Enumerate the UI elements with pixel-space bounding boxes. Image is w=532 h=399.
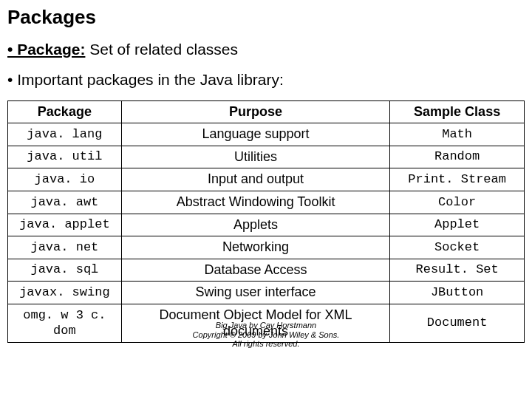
cell-purpose: Networking <box>121 236 389 259</box>
cell-sample-class: Socket <box>390 236 525 259</box>
table-row: java. utilUtilitiesRandom <box>8 146 525 168</box>
cell-sample-class: Applet <box>390 214 525 236</box>
table-row: java. langLanguage supportMath <box>8 123 525 146</box>
cell-purpose: Utilities <box>121 146 389 168</box>
cell-package: java. net <box>8 236 122 259</box>
bullet-leader: • Package: <box>7 41 85 58</box>
col-header-package: Package <box>8 100 122 123</box>
table-row: java. netNetworkingSocket <box>8 236 525 259</box>
cell-sample-class: Color <box>390 191 525 214</box>
bullet-rest: Set of related classes <box>85 41 238 58</box>
table-row: java. sqlDatabase AccessResult. Set <box>8 259 525 282</box>
page-title: Packages <box>7 6 525 29</box>
packages-table: Package Purpose Sample Class java. langL… <box>7 100 525 344</box>
cell-package: java. lang <box>8 123 122 146</box>
table-row: javax. swingSwing user interfaceJButton <box>8 282 525 304</box>
cell-sample-class: Result. Set <box>390 259 525 282</box>
table-row: java. awtAbstract Windowing ToolkitColor <box>8 191 525 214</box>
col-header-purpose: Purpose <box>121 100 389 123</box>
table-header-row: Package Purpose Sample Class <box>8 100 525 123</box>
cell-sample-class: Print. Stream <box>390 168 525 191</box>
cell-package: java. awt <box>8 191 122 214</box>
cell-sample-class: Random <box>390 146 525 168</box>
cell-package: java. sql <box>8 259 122 282</box>
cell-purpose: Input and output <box>121 168 389 191</box>
table-row: java. ioInput and outputPrint. Stream <box>8 168 525 191</box>
cell-purpose: Document Object Model for XML documents <box>121 304 389 342</box>
bullet-important: • Important packages in the Java library… <box>7 69 525 89</box>
cell-purpose: Language support <box>121 123 389 146</box>
bullet-package-def: • Package: Set of related classes <box>7 39 525 59</box>
cell-package: java. io <box>8 168 122 191</box>
cell-package: java. applet <box>8 214 122 236</box>
cell-package: javax. swing <box>8 282 122 304</box>
table-row: omg. w 3 c. domDocument Object Model for… <box>8 304 525 342</box>
table-row: java. appletAppletsApplet <box>8 214 525 236</box>
cell-sample-class: JButton <box>390 282 525 304</box>
cell-purpose: Abstract Windowing Toolkit <box>121 191 389 214</box>
cell-package: java. util <box>8 146 122 168</box>
cell-sample-class: Document <box>390 304 525 342</box>
cell-package: omg. w 3 c. dom <box>8 304 122 342</box>
col-header-sample: Sample Class <box>390 100 525 123</box>
cell-purpose: Database Access <box>121 259 389 282</box>
cell-purpose: Applets <box>121 214 389 236</box>
cell-sample-class: Math <box>390 123 525 146</box>
cell-purpose: Swing user interface <box>121 282 389 304</box>
